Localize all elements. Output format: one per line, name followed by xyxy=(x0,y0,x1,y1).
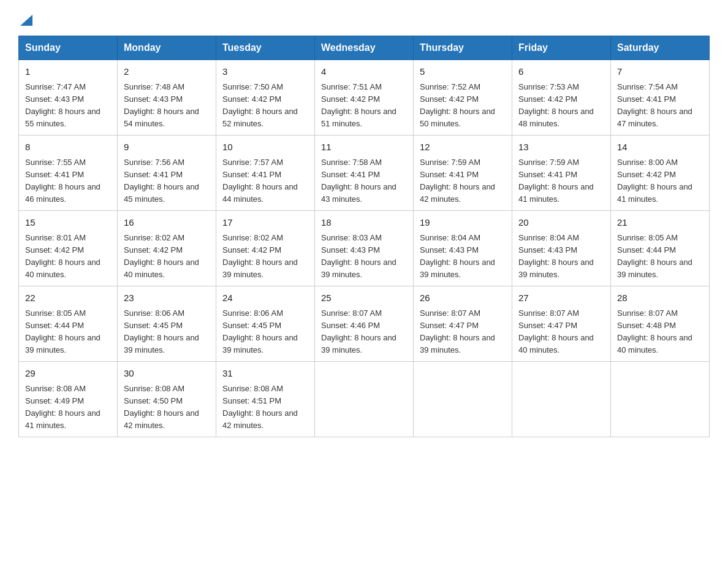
day-number: 30 xyxy=(124,367,210,381)
day-info: Sunrise: 8:07 AMSunset: 4:46 PMDaylight:… xyxy=(321,307,407,357)
calendar-cell: 8 Sunrise: 7:55 AMSunset: 4:41 PMDayligh… xyxy=(19,136,118,211)
day-number: 26 xyxy=(420,291,506,305)
day-number: 19 xyxy=(420,216,506,230)
day-info: Sunrise: 7:47 AMSunset: 4:43 PMDaylight:… xyxy=(25,81,111,131)
weekday-header-tuesday: Tuesday xyxy=(216,36,315,60)
day-info: Sunrise: 7:51 AMSunset: 4:42 PMDaylight:… xyxy=(321,81,407,131)
calendar-week-row: 22 Sunrise: 8:05 AMSunset: 4:44 PMDaylig… xyxy=(19,286,710,362)
calendar-cell: 16 Sunrise: 8:02 AMSunset: 4:42 PMDaylig… xyxy=(118,211,216,286)
calendar-cell: 26 Sunrise: 8:07 AMSunset: 4:47 PMDaylig… xyxy=(414,286,512,362)
day-info: Sunrise: 7:54 AMSunset: 4:41 PMDaylight:… xyxy=(617,81,703,131)
calendar-cell: 30 Sunrise: 8:08 AMSunset: 4:50 PMDaylig… xyxy=(118,362,216,437)
calendar-week-row: 15 Sunrise: 8:01 AMSunset: 4:42 PMDaylig… xyxy=(19,211,710,286)
weekday-header-saturday: Saturday xyxy=(611,36,710,60)
calendar-cell: 27 Sunrise: 8:07 AMSunset: 4:47 PMDaylig… xyxy=(512,286,611,362)
day-info: Sunrise: 8:07 AMSunset: 4:47 PMDaylight:… xyxy=(518,307,604,357)
calendar-cell: 15 Sunrise: 8:01 AMSunset: 4:42 PMDaylig… xyxy=(19,211,118,286)
day-info: Sunrise: 7:59 AMSunset: 4:41 PMDaylight:… xyxy=(420,156,506,206)
page-header xyxy=(18,12,710,26)
calendar-cell xyxy=(414,362,512,437)
weekday-header-wednesday: Wednesday xyxy=(315,36,414,60)
day-info: Sunrise: 8:08 AMSunset: 4:49 PMDaylight:… xyxy=(25,383,111,432)
day-number: 5 xyxy=(420,65,506,79)
day-info: Sunrise: 8:07 AMSunset: 4:47 PMDaylight:… xyxy=(420,307,506,357)
day-number: 28 xyxy=(617,291,703,305)
day-number: 21 xyxy=(617,216,703,230)
weekday-header-row: SundayMondayTuesdayWednesdayThursdayFrid… xyxy=(19,36,710,60)
day-number: 2 xyxy=(124,65,210,79)
calendar-cell: 22 Sunrise: 8:05 AMSunset: 4:44 PMDaylig… xyxy=(19,286,118,362)
calendar-cell: 19 Sunrise: 8:04 AMSunset: 4:43 PMDaylig… xyxy=(414,211,512,286)
calendar-table: SundayMondayTuesdayWednesdayThursdayFrid… xyxy=(18,36,710,437)
calendar-cell: 12 Sunrise: 7:59 AMSunset: 4:41 PMDaylig… xyxy=(414,136,512,211)
day-info: Sunrise: 8:00 AMSunset: 4:42 PMDaylight:… xyxy=(617,156,703,206)
day-info: Sunrise: 8:06 AMSunset: 4:45 PMDaylight:… xyxy=(124,307,210,357)
weekday-header-friday: Friday xyxy=(512,36,611,60)
day-info: Sunrise: 8:08 AMSunset: 4:51 PMDaylight:… xyxy=(222,383,308,432)
day-info: Sunrise: 8:05 AMSunset: 4:44 PMDaylight:… xyxy=(25,307,111,357)
day-number: 8 xyxy=(25,140,111,155)
day-number: 31 xyxy=(222,367,308,381)
day-number: 18 xyxy=(321,216,407,230)
day-info: Sunrise: 8:02 AMSunset: 4:42 PMDaylight:… xyxy=(124,232,210,282)
day-number: 24 xyxy=(222,291,308,305)
day-info: Sunrise: 7:52 AMSunset: 4:42 PMDaylight:… xyxy=(420,81,506,131)
day-info: Sunrise: 8:04 AMSunset: 4:43 PMDaylight:… xyxy=(420,232,506,282)
day-info: Sunrise: 7:58 AMSunset: 4:41 PMDaylight:… xyxy=(321,156,407,206)
day-number: 27 xyxy=(518,291,604,305)
weekday-header-thursday: Thursday xyxy=(414,36,512,60)
day-number: 11 xyxy=(321,140,407,155)
calendar-cell: 1 Sunrise: 7:47 AMSunset: 4:43 PMDayligh… xyxy=(19,60,118,136)
calendar-cell: 17 Sunrise: 8:02 AMSunset: 4:42 PMDaylig… xyxy=(216,211,315,286)
day-number: 17 xyxy=(222,216,308,230)
calendar-cell: 11 Sunrise: 7:58 AMSunset: 4:41 PMDaylig… xyxy=(315,136,414,211)
day-number: 25 xyxy=(321,291,407,305)
day-number: 16 xyxy=(124,216,210,230)
calendar-cell: 18 Sunrise: 8:03 AMSunset: 4:43 PMDaylig… xyxy=(315,211,414,286)
day-number: 10 xyxy=(222,140,308,155)
day-number: 15 xyxy=(25,216,111,230)
calendar-cell xyxy=(512,362,611,437)
day-info: Sunrise: 8:08 AMSunset: 4:50 PMDaylight:… xyxy=(124,383,210,432)
day-number: 29 xyxy=(25,367,111,381)
day-info: Sunrise: 8:06 AMSunset: 4:45 PMDaylight:… xyxy=(222,307,308,357)
calendar-cell: 6 Sunrise: 7:53 AMSunset: 4:42 PMDayligh… xyxy=(512,60,611,136)
day-info: Sunrise: 7:55 AMSunset: 4:41 PMDaylight:… xyxy=(25,156,111,206)
day-info: Sunrise: 7:56 AMSunset: 4:41 PMDaylight:… xyxy=(124,156,210,206)
svg-marker-0 xyxy=(20,15,32,26)
day-number: 9 xyxy=(124,140,210,155)
weekday-header-sunday: Sunday xyxy=(19,36,118,60)
calendar-cell: 24 Sunrise: 8:06 AMSunset: 4:45 PMDaylig… xyxy=(216,286,315,362)
day-number: 22 xyxy=(25,291,111,305)
logo-triangle-icon xyxy=(20,12,32,26)
day-info: Sunrise: 7:57 AMSunset: 4:41 PMDaylight:… xyxy=(222,156,308,206)
day-info: Sunrise: 8:07 AMSunset: 4:48 PMDaylight:… xyxy=(617,307,703,357)
calendar-cell: 20 Sunrise: 8:04 AMSunset: 4:43 PMDaylig… xyxy=(512,211,611,286)
calendar-cell: 3 Sunrise: 7:50 AMSunset: 4:42 PMDayligh… xyxy=(216,60,315,136)
calendar-cell: 2 Sunrise: 7:48 AMSunset: 4:43 PMDayligh… xyxy=(118,60,216,136)
calendar-cell: 4 Sunrise: 7:51 AMSunset: 4:42 PMDayligh… xyxy=(315,60,414,136)
calendar-cell xyxy=(611,362,710,437)
day-info: Sunrise: 7:53 AMSunset: 4:42 PMDaylight:… xyxy=(518,81,604,131)
day-number: 3 xyxy=(222,65,308,79)
day-number: 1 xyxy=(25,65,111,79)
calendar-cell: 21 Sunrise: 8:05 AMSunset: 4:44 PMDaylig… xyxy=(611,211,710,286)
day-number: 13 xyxy=(518,140,604,155)
day-number: 20 xyxy=(518,216,604,230)
day-info: Sunrise: 8:03 AMSunset: 4:43 PMDaylight:… xyxy=(321,232,407,282)
calendar-cell: 9 Sunrise: 7:56 AMSunset: 4:41 PMDayligh… xyxy=(118,136,216,211)
calendar-cell: 13 Sunrise: 7:59 AMSunset: 4:41 PMDaylig… xyxy=(512,136,611,211)
day-number: 14 xyxy=(617,140,703,155)
day-info: Sunrise: 8:05 AMSunset: 4:44 PMDaylight:… xyxy=(617,232,703,282)
day-info: Sunrise: 8:04 AMSunset: 4:43 PMDaylight:… xyxy=(518,232,604,282)
calendar-cell: 5 Sunrise: 7:52 AMSunset: 4:42 PMDayligh… xyxy=(414,60,512,136)
calendar-week-row: 29 Sunrise: 8:08 AMSunset: 4:49 PMDaylig… xyxy=(19,362,710,437)
day-info: Sunrise: 7:50 AMSunset: 4:42 PMDaylight:… xyxy=(222,81,308,131)
day-info: Sunrise: 8:01 AMSunset: 4:42 PMDaylight:… xyxy=(25,232,111,282)
calendar-cell: 23 Sunrise: 8:06 AMSunset: 4:45 PMDaylig… xyxy=(118,286,216,362)
day-info: Sunrise: 8:02 AMSunset: 4:42 PMDaylight:… xyxy=(222,232,308,282)
day-number: 7 xyxy=(617,65,703,79)
calendar-cell: 10 Sunrise: 7:57 AMSunset: 4:41 PMDaylig… xyxy=(216,136,315,211)
calendar-cell: 7 Sunrise: 7:54 AMSunset: 4:41 PMDayligh… xyxy=(611,60,710,136)
logo xyxy=(18,12,32,26)
